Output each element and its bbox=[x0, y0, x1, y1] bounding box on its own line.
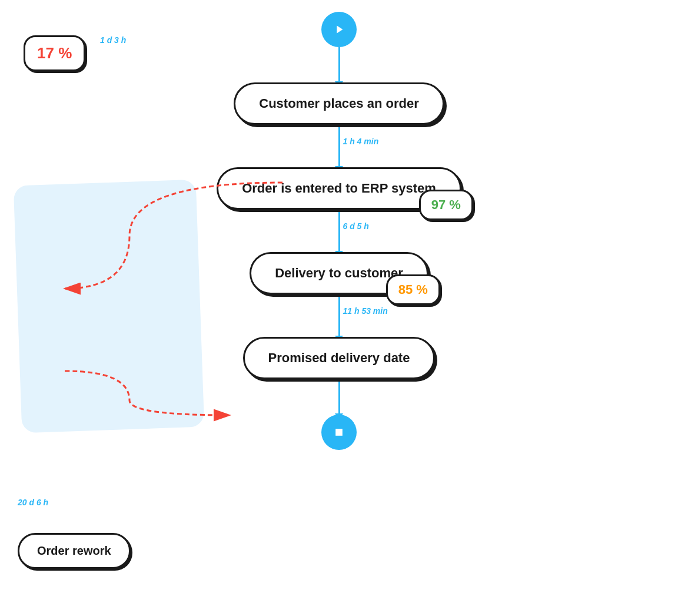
erp-badge: 97 % bbox=[419, 190, 473, 220]
customer-order-node: Customer places an order bbox=[234, 82, 444, 125]
rework-percentage-badge: 17 % bbox=[24, 35, 85, 71]
end-node bbox=[321, 415, 357, 450]
start-node bbox=[321, 12, 357, 47]
promised-date-node: Promised delivery date bbox=[243, 337, 436, 379]
connector-label-2: 6 d 5 h bbox=[343, 221, 369, 231]
rework-time-top: 1 d 3 h bbox=[100, 35, 126, 45]
connector-label-3: 11 h 53 min bbox=[343, 306, 388, 316]
svg-marker-1 bbox=[337, 26, 343, 34]
delivery-badge: 85 % bbox=[386, 274, 440, 305]
connector-label-1: 1 h 4 min bbox=[343, 137, 379, 146]
rework-box: Order rework bbox=[18, 533, 131, 569]
rework-time-bottom: 20 d 6 h bbox=[18, 498, 48, 507]
svg-rect-2 bbox=[335, 429, 343, 436]
rework-panel bbox=[14, 180, 204, 433]
